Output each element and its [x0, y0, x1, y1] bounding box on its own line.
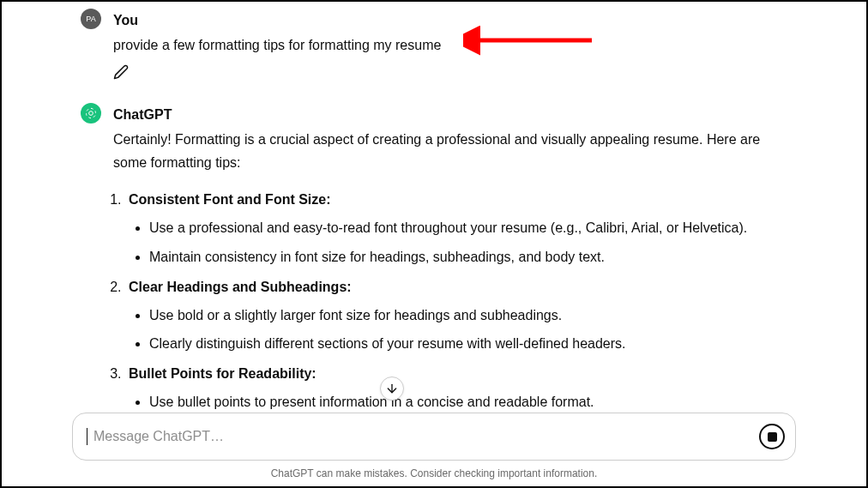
- user-avatar-initials: PA: [86, 15, 95, 23]
- stop-generating-button[interactable]: [759, 424, 785, 449]
- user-message: PA You provide a few formatting tips for…: [2, 9, 791, 103]
- tips-list: Consistent Font and Font Size: Use a pro…: [105, 188, 791, 443]
- user-message-text: provide a few formatting tips for format…: [113, 33, 791, 57]
- disclaimer-text: ChatGPT can make mistakes. Consider chec…: [72, 467, 796, 479]
- arrow-down-icon: [385, 382, 399, 395]
- tip-bullets: Use a professional and easy-to-read font…: [129, 216, 791, 268]
- edit-icon[interactable]: [113, 64, 129, 80]
- message-input[interactable]: [93, 429, 752, 444]
- assistant-message: ChatGPT Certainly! Formatting is a cruci…: [2, 103, 791, 465]
- openai-logo-icon: [84, 106, 98, 120]
- svg-point-0: [89, 111, 93, 115]
- tip-bullet: Use bold or a slightly larger font size …: [149, 304, 791, 327]
- message-actions: [113, 63, 791, 87]
- tip-title: Clear Headings and Subheadings:: [129, 280, 352, 294]
- text-cursor: [87, 428, 87, 445]
- tip-title: Consistent Font and Font Size:: [129, 192, 331, 207]
- assistant-intro-text: Certainly! Formatting is a crucial aspec…: [113, 128, 791, 174]
- input-box: [72, 413, 796, 461]
- stop-icon: [768, 432, 777, 442]
- tip-item: Clear Headings and Subheadings: Use bold…: [125, 275, 791, 356]
- user-sender-name: You: [113, 9, 791, 32]
- tip-title: Bullet Points for Readability:: [129, 366, 316, 381]
- assistant-avatar: [81, 103, 101, 124]
- assistant-sender-name: ChatGPT: [113, 103, 791, 126]
- input-area: ChatGPT can make mistakes. Consider chec…: [2, 413, 866, 486]
- tip-bullet: Use a professional and easy-to-read font…: [149, 216, 791, 239]
- user-avatar: PA: [81, 9, 101, 29]
- tip-bullets: Use bold or a slightly larger font size …: [129, 304, 791, 355]
- user-message-body: You provide a few formatting tips for fo…: [113, 9, 791, 87]
- tip-bullet: Clearly distinguish different sections o…: [149, 332, 791, 355]
- tip-item: Consistent Font and Font Size: Use a pro…: [125, 188, 791, 268]
- scroll-to-bottom-button[interactable]: [380, 377, 404, 401]
- tip-bullet: Maintain consistency in font size for he…: [149, 245, 791, 268]
- assistant-message-body: ChatGPT Certainly! Formatting is a cruci…: [113, 103, 791, 449]
- chat-container: PA You provide a few formatting tips for…: [2, 2, 866, 486]
- tip-bullet: Use bullet points to present information…: [149, 390, 791, 413]
